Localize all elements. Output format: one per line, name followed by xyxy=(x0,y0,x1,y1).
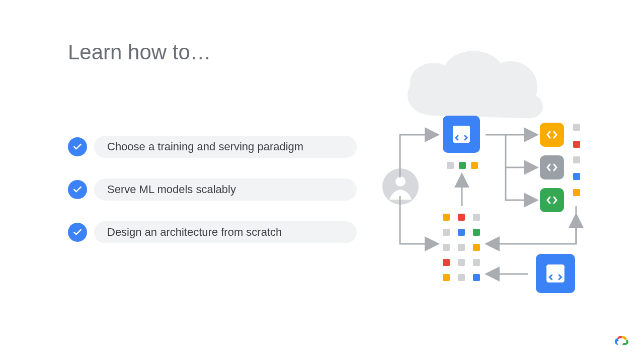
bullet-text-1: Choose a training and serving paradigm xyxy=(94,136,357,158)
check-icon xyxy=(68,223,87,242)
check-icon xyxy=(68,137,87,156)
bullet-text-2: Serve ML models scalably xyxy=(94,178,357,201)
architecture-diagram xyxy=(372,45,604,307)
bullet-row-1: Choose a training and serving paradigm xyxy=(68,136,357,158)
bullet-row-2: Serve ML models scalably xyxy=(68,178,357,201)
check-icon xyxy=(68,180,87,199)
slide-title: Learn how to… xyxy=(68,40,211,64)
bullet-text-3: Design an architecture from scratch xyxy=(94,221,357,243)
google-cloud-logo-icon xyxy=(614,335,629,347)
diagram-arrows xyxy=(372,45,604,307)
bullet-row-3: Design an architecture from scratch xyxy=(68,221,357,243)
